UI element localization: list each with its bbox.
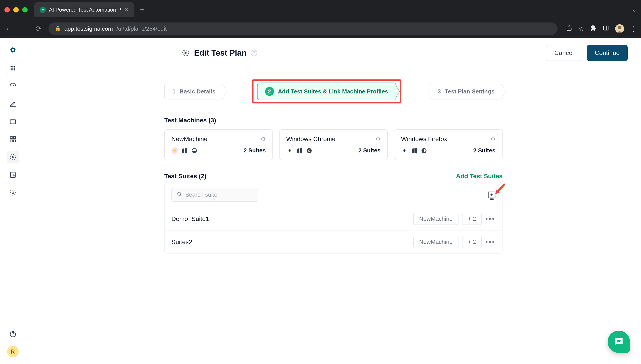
app-logo-icon[interactable] bbox=[7, 44, 19, 56]
tabs-dropdown-icon[interactable]: ⌄ bbox=[632, 7, 636, 13]
edge-icon bbox=[191, 147, 198, 154]
window-controls bbox=[4, 7, 28, 12]
highlight-annotation: 2 Add Test Suites & Link Machine Profile… bbox=[252, 80, 401, 104]
minimize-window-icon[interactable] bbox=[13, 7, 19, 12]
reload-button[interactable]: ⟳ bbox=[34, 24, 43, 33]
sidebar-dashboard-icon[interactable] bbox=[7, 80, 19, 92]
svg-point-9 bbox=[12, 68, 13, 68]
sidebar-testplan-icon[interactable] bbox=[7, 151, 19, 163]
close-window-icon[interactable] bbox=[4, 7, 10, 12]
gear-icon: ⚙ bbox=[401, 147, 408, 154]
step-label: Add Test Suites & Link Machine Profiles bbox=[278, 88, 388, 95]
forward-button[interactable]: → bbox=[19, 25, 28, 33]
sidebar-folder-icon[interactable] bbox=[7, 115, 19, 128]
browser-actions: ☆ ⋮ bbox=[566, 24, 636, 33]
step-add-test-suites[interactable]: 2 Add Test Suites & Link Machine Profile… bbox=[257, 82, 396, 100]
maximize-window-icon[interactable] bbox=[22, 7, 28, 12]
svg-point-12 bbox=[12, 69, 13, 70]
suite-row: Demo_Suite1 NewMachine + 2 ••• bbox=[165, 207, 502, 230]
browser-tab-bar: ✦ AI Powered Test Automation P ✕ + ⌄ bbox=[0, 0, 641, 20]
test-machines-title: Test Machines (3) bbox=[164, 117, 502, 124]
step-number: 2 bbox=[265, 87, 274, 96]
sidebar-edit-icon[interactable] bbox=[7, 98, 19, 110]
test-suites-panel: + Demo_Suite1 NewMachine + 2 ••• bbox=[164, 182, 502, 254]
suite-count: 2 Suites bbox=[358, 147, 380, 154]
svg-point-31 bbox=[309, 150, 310, 151]
testplan-header-icon bbox=[182, 49, 190, 57]
svg-point-11 bbox=[10, 69, 12, 70]
sidebar-apps-icon[interactable] bbox=[7, 62, 19, 74]
svg-point-10 bbox=[14, 68, 15, 68]
new-tab-button[interactable]: + bbox=[140, 5, 144, 14]
windows-icon bbox=[296, 147, 303, 154]
back-button[interactable]: ← bbox=[4, 25, 13, 33]
bookmark-icon[interactable]: ☆ bbox=[578, 25, 584, 32]
browser-profile-avatar[interactable] bbox=[615, 24, 624, 33]
machine-card[interactable]: Windows Firefox ⚙ ⚙ 2 Suites bbox=[394, 129, 502, 160]
windows-icon bbox=[181, 147, 188, 154]
machine-card[interactable]: NewMachine ⚙ ⚡ 2 Suites bbox=[164, 129, 273, 160]
step-test-plan-settings[interactable]: 3 Test Plan Settings bbox=[430, 84, 502, 100]
extra-count-tag[interactable]: + 2 bbox=[462, 213, 482, 225]
machine-cards: NewMachine ⚙ ⚡ 2 Suites Windows bbox=[164, 129, 502, 160]
sidebar-settings-icon[interactable] bbox=[7, 186, 19, 199]
address-bar[interactable]: 🔒 app.testsigma.com/ui/td/plans/264/edit bbox=[48, 22, 558, 35]
help-icon[interactable]: ? bbox=[251, 50, 257, 56]
gear-icon[interactable]: ⚙ bbox=[261, 136, 266, 142]
gear-icon[interactable]: ⚙ bbox=[376, 136, 380, 142]
search-suite-box[interactable] bbox=[172, 188, 258, 202]
machine-name: Windows Chrome bbox=[286, 136, 336, 142]
tab-close-icon[interactable]: ✕ bbox=[124, 6, 129, 13]
firefox-icon bbox=[421, 147, 427, 154]
panel-icon[interactable] bbox=[603, 25, 609, 33]
chrome-icon bbox=[306, 147, 312, 154]
more-options-icon[interactable]: ••• bbox=[485, 215, 496, 223]
svg-point-13 bbox=[14, 69, 15, 70]
cancel-button[interactable]: Cancel bbox=[546, 45, 582, 61]
machine-name: NewMachine bbox=[172, 136, 208, 142]
url-path: /ui/td/plans/264/edit bbox=[116, 25, 167, 32]
machine-tag[interactable]: NewMachine bbox=[413, 213, 458, 225]
sidebar-reports-icon[interactable] bbox=[7, 169, 19, 181]
extensions-icon[interactable] bbox=[590, 25, 596, 33]
search-icon bbox=[177, 191, 182, 198]
share-icon[interactable] bbox=[566, 25, 572, 33]
suite-name: Demo_Suite1 bbox=[172, 215, 209, 222]
browser-toolbar: ← → ⟳ 🔒 app.testsigma.com/ui/td/plans/26… bbox=[0, 20, 641, 38]
tab-title: AI Powered Test Automation P bbox=[49, 7, 121, 13]
add-to-machine-icon[interactable]: + bbox=[488, 192, 496, 198]
add-test-suites-link[interactable]: Add Test Suites bbox=[456, 173, 502, 180]
extra-count-tag[interactable]: + 2 bbox=[462, 236, 482, 248]
more-options-icon[interactable]: ••• bbox=[485, 238, 496, 246]
gear-icon: ⚙ bbox=[286, 147, 293, 154]
suite-name: Suites2 bbox=[172, 238, 192, 246]
page-header: Edit Test Plan ? Cancel Continue bbox=[26, 38, 641, 68]
browser-menu-icon[interactable]: ⋮ bbox=[630, 25, 636, 32]
svg-rect-15 bbox=[10, 120, 16, 124]
page-title: Edit Test Plan bbox=[194, 48, 246, 58]
url-domain: app.testsigma.com bbox=[64, 25, 113, 32]
svg-rect-18 bbox=[10, 140, 12, 142]
search-suite-input[interactable] bbox=[185, 191, 258, 198]
app-sidebar: R bbox=[0, 38, 26, 364]
svg-line-34 bbox=[180, 195, 182, 196]
machine-name: Windows Firefox bbox=[401, 136, 447, 142]
machine-tag[interactable]: NewMachine bbox=[413, 236, 458, 248]
continue-button[interactable]: Continue bbox=[587, 45, 628, 61]
step-label: Test Plan Settings bbox=[445, 88, 494, 95]
sidebar-user-avatar[interactable]: R bbox=[7, 346, 19, 357]
browser-tab[interactable]: ✦ AI Powered Test Automation P ✕ bbox=[34, 2, 134, 17]
sidebar-grid-icon[interactable] bbox=[7, 133, 19, 146]
svg-point-5 bbox=[10, 66, 12, 67]
svg-rect-0 bbox=[604, 26, 608, 30]
machine-card[interactable]: Windows Chrome ⚙ ⚙ 2 Suites bbox=[279, 129, 388, 160]
suite-row: Suites2 NewMachine + 2 ••• bbox=[165, 230, 502, 254]
svg-rect-16 bbox=[10, 136, 12, 138]
windows-icon bbox=[411, 147, 418, 154]
chat-fab-button[interactable] bbox=[608, 331, 630, 353]
sidebar-help-icon[interactable] bbox=[7, 328, 19, 340]
gear-icon[interactable]: ⚙ bbox=[490, 136, 496, 142]
step-basic-details[interactable]: 1 Basic Details bbox=[164, 84, 224, 100]
svg-point-33 bbox=[178, 192, 181, 195]
svg-point-8 bbox=[10, 68, 12, 68]
